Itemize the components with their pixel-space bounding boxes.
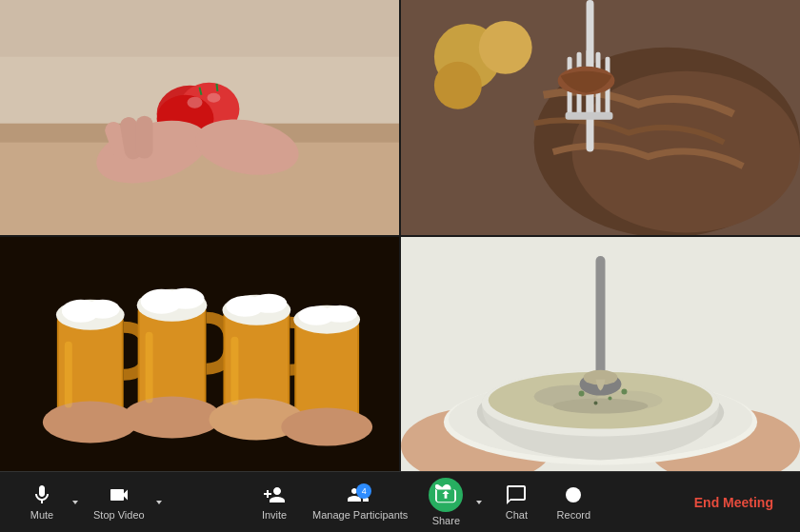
toolbar-right: End Meeting: [683, 489, 785, 516]
invite-icon: [263, 483, 286, 506]
video-grid: [0, 0, 800, 471]
svg-rect-28: [566, 112, 613, 120]
svg-point-70: [553, 398, 649, 413]
toolbar: Mute Stop Video: [0, 471, 800, 532]
stop-video-button[interactable]: Stop Video: [86, 480, 152, 524]
video-chevron[interactable]: [152, 494, 166, 511]
svg-point-72: [608, 396, 611, 400]
svg-point-74: [621, 388, 627, 394]
svg-rect-58: [230, 336, 238, 404]
video-cell-4[interactable]: [401, 237, 800, 472]
toolbar-center: Invite 4 Manage Participants Share: [248, 474, 600, 530]
svg-point-79: [569, 490, 578, 500]
mute-icon: [30, 483, 53, 506]
share-icon: [429, 478, 463, 512]
svg-point-53: [123, 396, 222, 438]
manage-participants-label: Manage Participants: [312, 509, 408, 521]
svg-rect-14: [136, 116, 153, 159]
record-label: Record: [557, 509, 590, 521]
svg-rect-56: [65, 341, 72, 407]
share-chevron[interactable]: [472, 494, 486, 511]
svg-point-6: [188, 97, 203, 108]
chat-button[interactable]: Chat: [490, 480, 543, 524]
svg-line-9: [216, 84, 217, 91]
svg-point-21: [434, 62, 482, 109]
manage-participants-button[interactable]: 4 Manage Participants: [305, 480, 415, 524]
record-button[interactable]: Record: [547, 480, 600, 524]
svg-point-71: [579, 390, 585, 396]
stop-video-label: Stop Video: [93, 509, 145, 521]
share-label: Share: [432, 515, 460, 526]
share-button[interactable]: Share: [419, 474, 472, 530]
svg-point-36: [86, 299, 120, 318]
svg-point-73: [594, 401, 598, 404]
mute-label: Mute: [30, 509, 53, 521]
svg-point-55: [281, 407, 372, 445]
video-icon: [108, 483, 130, 506]
svg-point-7: [207, 93, 220, 103]
svg-point-46: [250, 293, 287, 312]
toolbar-left: Mute Stop Video: [15, 480, 166, 524]
participants-icon-container: 4: [347, 483, 373, 506]
invite-label: Invite: [262, 509, 287, 521]
svg-rect-57: [146, 331, 153, 403]
record-icon: [562, 483, 585, 506]
invite-button[interactable]: Invite: [248, 480, 301, 524]
svg-rect-75: [596, 255, 606, 379]
mute-button[interactable]: Mute: [15, 480, 69, 524]
video-cell-1[interactable]: [0, 0, 399, 235]
video-cell-2[interactable]: [401, 0, 800, 235]
svg-point-51: [323, 305, 357, 322]
svg-rect-15: [0, 0, 399, 57]
svg-point-20: [479, 21, 532, 74]
svg-point-41: [167, 287, 205, 308]
video-cell-3[interactable]: [0, 237, 399, 472]
svg-point-52: [43, 401, 138, 443]
chat-label: Chat: [506, 509, 528, 521]
chat-icon: [505, 483, 528, 506]
mute-chevron[interactable]: [69, 494, 82, 511]
end-meeting-button[interactable]: End Meeting: [683, 489, 785, 516]
